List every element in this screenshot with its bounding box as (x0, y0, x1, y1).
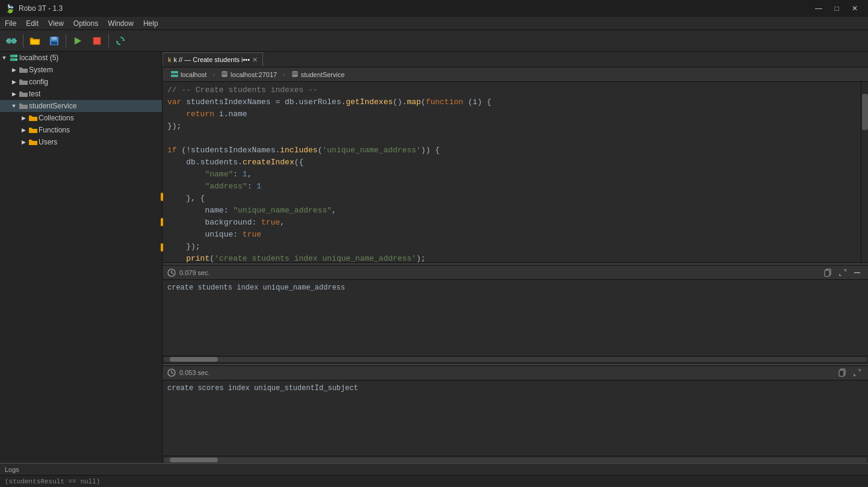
breadcrumb-localhost[interactable]: localhost (167, 69, 210, 80)
result-expand-btn-1[interactable] (837, 267, 849, 278)
logs-bar: Logs (0, 463, 868, 475)
breadcrumb-port[interactable]: localhost:27017 (217, 69, 281, 80)
menu-edit[interactable]: Edit (21, 17, 43, 29)
result-header-left-1: 0.079 sec. (167, 268, 210, 277)
code-line-1: // -- Create students indexes -- (163, 84, 868, 96)
code-line-4: }); (163, 120, 868, 132)
window-controls: — □ ✕ (810, 2, 863, 15)
svg-marker-4 (16, 40, 17, 42)
menu-help[interactable]: Help (138, 17, 163, 29)
connect-button[interactable] (2, 33, 20, 49)
tree-collections[interactable]: ▶ Collections (0, 112, 162, 124)
tree-studentservice[interactable]: ▼ studentService (0, 100, 162, 112)
clock-icon-2 (167, 368, 176, 377)
editor-content: // -- Create students indexes -- var stu… (163, 82, 868, 262)
system-label: System (29, 66, 162, 74)
toolbar (0, 30, 868, 52)
svg-rect-1 (12, 39, 16, 43)
svg-rect-9 (93, 37, 101, 45)
result-header-right-2 (837, 367, 863, 378)
editor-vscroll[interactable] (861, 82, 868, 262)
open-button[interactable] (26, 33, 44, 49)
result-text-1: create students index unique_name_addres… (163, 280, 868, 356)
svg-point-14 (16, 55, 17, 57)
orange-indicator-3 (161, 243, 163, 252)
expand-collections-icon: ▶ (19, 115, 28, 121)
tab-icon: k (168, 56, 172, 63)
tree-localhost[interactable]: ▼ localhost (5) (0, 52, 162, 64)
svg-marker-3 (6, 40, 7, 42)
result-copy-btn-1[interactable] (822, 267, 834, 278)
tree-view: ▼ localhost (5) ▶ System (0, 52, 162, 463)
expand-config-icon: ▶ (10, 79, 18, 85)
svg-rect-6 (52, 37, 57, 40)
server-icon (8, 54, 19, 62)
tree-functions[interactable]: ▶ Functions (0, 124, 162, 136)
result-output-1: create students index unique_name_addres… (167, 284, 345, 292)
toolbar-sep-3 (108, 34, 109, 48)
run-button[interactable] (69, 33, 87, 49)
expand-studentservice-icon: ▼ (10, 103, 18, 109)
result-collapse-btn-1[interactable] (851, 267, 863, 278)
close-button[interactable]: ✕ (846, 2, 863, 15)
right-panel: k k // — Create students i••• ✕ localhos… (163, 52, 868, 463)
bc-port-label: localhost:27017 (231, 71, 277, 78)
app-icon: 🍃 (5, 4, 15, 13)
tab-bar: k k // — Create students i••• ✕ (163, 52, 868, 67)
tree-test[interactable]: ▶ test (0, 88, 162, 100)
code-line-9: "address": 1 (163, 181, 868, 193)
menu-file[interactable]: File (0, 17, 21, 29)
save-button[interactable] (45, 33, 63, 49)
test-label: test (29, 90, 162, 98)
editor-pane[interactable]: // -- Create students indexes -- var stu… (163, 82, 868, 262)
collections-label: Collections (39, 114, 162, 122)
refresh-button[interactable] (111, 33, 129, 49)
breadcrumb-db[interactable]: studentService (288, 69, 349, 80)
result-expand-btn-2[interactable] (851, 367, 863, 378)
expand-localhost-icon: ▼ (0, 55, 8, 61)
bottom-code-text: (studentsResult == null) (5, 478, 100, 485)
expand-functions-icon: ▶ (19, 127, 28, 133)
stop-button[interactable] (88, 33, 106, 49)
tree-system[interactable]: ▶ System (0, 64, 162, 76)
bottom-code-bar: (studentsResult == null) (0, 475, 868, 487)
result-content-2: create scores index unique_studentId_sub… (163, 380, 868, 464)
db-bc-icon-1 (221, 70, 228, 79)
system-folder-icon (18, 66, 29, 73)
svg-marker-8 (75, 37, 81, 45)
result-text-2: create scores index unique_studentId_sub… (163, 380, 868, 456)
code-line-8: "name": 1, (163, 169, 868, 181)
tab-label: k // — Create students i••• (174, 56, 250, 63)
result-pane-1: 0.079 sec. (163, 265, 868, 363)
orange-indicator-2 (161, 218, 163, 226)
code-line-12: background: true, (163, 217, 868, 229)
hscroll-result-1[interactable] (163, 356, 868, 363)
tree-config[interactable]: ▶ config (0, 76, 162, 88)
menu-options[interactable]: Options (69, 17, 103, 29)
config-folder-icon (18, 78, 29, 85)
code-line-11: name: "unique_name_address", (163, 205, 868, 217)
result-copy-btn-2[interactable] (837, 367, 849, 378)
result-pane-2: 0.053 sec. create scores index unique_st… (163, 366, 868, 464)
maximize-button[interactable]: □ (828, 2, 845, 15)
svg-line-32 (172, 373, 173, 374)
menu-window[interactable]: Window (103, 17, 138, 29)
orange-indicator-1 (161, 193, 163, 201)
menu-view[interactable]: View (43, 17, 69, 29)
tree-users[interactable]: ▶ Users (0, 136, 162, 148)
minimize-button[interactable]: — (810, 2, 827, 15)
collections-folder-icon (28, 114, 39, 122)
users-label: Users (39, 138, 162, 146)
svg-point-20 (222, 75, 228, 77)
svg-line-26 (172, 273, 173, 274)
code-line-3: return i.name (163, 108, 868, 120)
code-line-5 (163, 132, 868, 144)
tab-main[interactable]: k k // — Create students i••• ✕ (163, 52, 263, 67)
code-line-6: if (!studentsIndexNames.includes('unique… (163, 144, 868, 157)
tab-close-button[interactable]: ✕ (252, 56, 258, 64)
result-content-1: create students index unique_name_addres… (163, 280, 868, 363)
config-label: config (29, 78, 162, 86)
menu-bar: File Edit View Options Window Help (0, 17, 868, 30)
hscroll-result-2[interactable] (163, 456, 868, 463)
breadcrumb-bar: localhost › localhost:27017 › (163, 67, 868, 82)
